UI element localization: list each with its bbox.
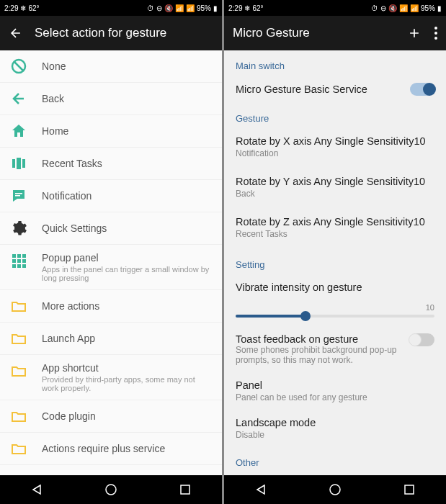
battery-icon: ▮	[437, 4, 442, 12]
action-item-plus[interactable]: Actions require plus service	[0, 433, 222, 465]
dnd-icon: ⊖	[156, 4, 162, 12]
gesture-title: Rotate by X axis Any Single Sensitivity1…	[236, 135, 434, 147]
wifi-icon: 📶	[175, 4, 184, 12]
gesture-item-1[interactable]: Rotate by Y axis Any Single Sensitivity1…	[224, 168, 446, 209]
back-arrow-icon[interactable]	[9, 26, 23, 40]
nav-bar	[224, 475, 446, 504]
pref-label: Vibrate intensity on gesture	[236, 282, 434, 293]
nav-home-icon[interactable]	[104, 482, 118, 497]
svg-rect-12	[12, 264, 16, 268]
svg-point-18	[434, 32, 437, 35]
action-item-moreactions[interactable]: More actions	[0, 290, 222, 323]
status-temp: 62°	[252, 4, 263, 12]
svg-rect-1	[12, 159, 15, 168]
action-item-home[interactable]: Home	[0, 115, 222, 148]
action-label: Back	[42, 93, 212, 104]
action-label: More actions	[42, 300, 212, 312]
app-bar: Micro Gesture	[224, 16, 446, 50]
svg-rect-16	[181, 485, 189, 494]
svg-rect-2	[17, 158, 21, 169]
app-bar: Select action for gesture	[0, 16, 222, 50]
action-label: Quick Settings	[42, 222, 212, 234]
signal-icon: 📶	[186, 4, 195, 12]
alarm-icon: ⏱	[147, 4, 154, 12]
add-icon[interactable]	[407, 26, 422, 40]
switch-basic-service[interactable]	[410, 83, 434, 96]
action-label: Home	[42, 125, 212, 137]
page-title: Select action for gesture	[35, 26, 213, 40]
pref-toast[interactable]: Toast feedback on gesture Some phones pr…	[224, 326, 446, 372]
action-item-none[interactable]: None	[0, 50, 222, 83]
recent-icon	[10, 155, 27, 172]
action-item-notification[interactable]: Notification	[0, 180, 222, 212]
action-label: Code plugin	[42, 410, 212, 422]
nav-home-icon[interactable]	[328, 482, 342, 497]
switch-toast[interactable]	[410, 333, 434, 346]
status-bar: 2:29 ❄ 62° ⏱ ⊖ 🔇 📶 📶 95% ▮	[0, 0, 222, 16]
action-item-quicksettings[interactable]: Quick Settings	[0, 212, 222, 245]
gesture-sub: Notification	[236, 148, 434, 158]
pref-panel[interactable]: Panel Panel can be used for any gesture	[224, 372, 446, 410]
slider-value: 10	[236, 303, 434, 312]
nav-bar	[0, 475, 222, 504]
status-temp-icon: ❄	[244, 4, 250, 12]
svg-rect-21	[405, 485, 414, 494]
pref-landscape[interactable]: Landscape mode Disable	[224, 410, 446, 447]
nav-recent-icon[interactable]	[178, 482, 192, 497]
status-time: 2:29	[228, 4, 242, 12]
action-label: App shortcut	[42, 362, 212, 374]
nav-back-icon[interactable]	[254, 482, 268, 497]
action-sub: Apps in the panel can trigger a small wi…	[42, 265, 212, 282]
action-list: None Back Home Recent Tasks Notification…	[0, 50, 222, 475]
action-item-recent[interactable]: Recent Tasks	[0, 148, 222, 180]
status-time: 2:29	[4, 4, 18, 12]
action-label: Launch App	[42, 333, 212, 344]
svg-rect-14	[22, 264, 26, 268]
svg-rect-6	[12, 254, 16, 258]
section-main-switch: Main switch	[224, 50, 446, 76]
status-bar: 2:29 ❄ 62° ⏱ ⊖ 🔇 📶 📶 95% ▮	[224, 0, 446, 16]
action-item-codeplugin[interactable]: Code plugin	[0, 400, 222, 433]
action-label: Popup panel	[42, 252, 212, 264]
folder-icon	[10, 440, 27, 457]
status-temp-icon: ❄	[20, 4, 26, 12]
pref-label: Panel	[236, 379, 434, 391]
svg-rect-5	[15, 195, 20, 197]
gesture-sub: Recent Tasks	[236, 229, 434, 239]
svg-point-17	[434, 27, 437, 30]
nav-back-icon[interactable]	[30, 482, 44, 497]
dnd-icon: ⊖	[380, 4, 386, 12]
svg-rect-10	[17, 259, 21, 263]
action-item-back[interactable]: Back	[0, 83, 222, 115]
grid-icon	[10, 252, 27, 269]
section-setting: Setting	[224, 249, 446, 274]
svg-point-19	[434, 37, 437, 40]
action-sub: Provided by third-party apps, some may n…	[42, 375, 212, 392]
battery-pct: 95%	[421, 4, 435, 12]
none-icon	[10, 58, 27, 75]
pref-label: Landscape mode	[236, 417, 434, 428]
mute-icon: 🔇	[164, 4, 173, 12]
nav-recent-icon[interactable]	[402, 482, 416, 497]
pref-basic-service[interactable]: Micro Gesture Basic Service	[224, 76, 446, 103]
slider-vibrate[interactable]: 10	[224, 300, 446, 326]
folder-icon	[10, 408, 27, 425]
mute-icon: 🔇	[388, 4, 397, 12]
home-icon	[10, 122, 27, 140]
action-label: Actions require plus service	[42, 443, 212, 454]
svg-rect-3	[22, 159, 25, 168]
action-label: Recent Tasks	[42, 158, 212, 169]
svg-point-15	[106, 485, 116, 495]
action-label: Notification	[42, 190, 212, 202]
battery-pct: 95%	[197, 4, 211, 12]
folder-icon	[10, 330, 27, 347]
action-item-launchapp[interactable]: Launch App	[0, 323, 222, 355]
action-item-popup[interactable]: Popup panel Apps in the panel can trigge…	[0, 245, 222, 290]
phone-right: 2:29 ❄ 62° ⏱ ⊖ 🔇 📶 📶 95% ▮ Micro Gesture	[224, 0, 446, 504]
action-item-appshortcut[interactable]: App shortcut Provided by third-party app…	[0, 355, 222, 400]
battery-icon: ▮	[213, 4, 218, 12]
overflow-icon[interactable]	[434, 27, 437, 40]
gesture-item-0[interactable]: Rotate by X axis Any Single Sensitivity1…	[224, 128, 446, 168]
gesture-item-2[interactable]: Rotate by Z axis Any Single Sensitivity1…	[224, 209, 446, 249]
page-title: Micro Gesture	[233, 26, 396, 40]
